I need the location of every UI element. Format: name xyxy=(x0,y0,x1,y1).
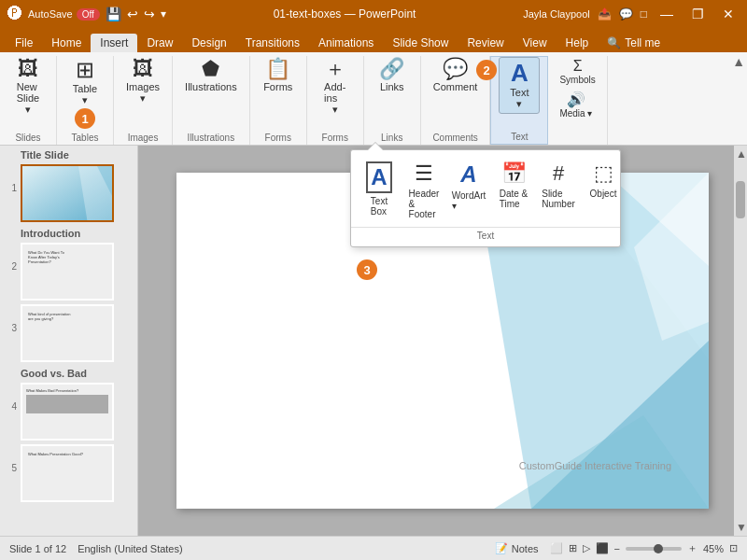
media-label: Media ▾ xyxy=(559,108,592,119)
media-btn[interactable]: 🔊 Media ▾ xyxy=(556,89,596,120)
zoom-slider-thumb xyxy=(654,544,663,553)
forms-btn[interactable]: 📋 Forms xyxy=(258,56,299,95)
ribbon-group-images: 🖼 Images ▾ Images xyxy=(114,56,173,145)
ribbon-group-slides: 🖼 NewSlide ▾ Slides xyxy=(0,56,57,145)
tab-view[interactable]: View xyxy=(514,34,557,52)
minimize-btn[interactable]: — xyxy=(655,5,679,23)
tab-home[interactable]: Home xyxy=(42,34,91,52)
autosave-toggle[interactable]: Off xyxy=(77,8,100,21)
slide-item-2[interactable]: 2 What Do You Want ToKnow After Today'sP… xyxy=(0,241,137,302)
text-btn[interactable]: A Text ▾ xyxy=(499,57,540,114)
ribbon-group-addins: ＋ Add-ins ▾ Forms xyxy=(307,56,364,145)
object-label: Object xyxy=(590,189,617,199)
zoom-level[interactable]: 45% xyxy=(703,543,724,554)
tab-file[interactable]: File xyxy=(6,34,42,52)
slide-thumb-1[interactable] xyxy=(21,164,114,222)
tab-review[interactable]: Review xyxy=(458,34,513,52)
object-btn[interactable]: ⬚ Object xyxy=(583,158,624,223)
forms-group-label: Forms xyxy=(265,131,291,145)
slide-watermark: CustomGuide Interactive Training xyxy=(519,460,671,471)
app-icon: 🅟 xyxy=(7,6,22,22)
new-slide-dropdown-icon: ▾ xyxy=(25,104,31,116)
notes-btn[interactable]: 📝 Notes xyxy=(489,540,544,556)
slide-item-4[interactable]: 4 What Makes Bad Presentation? xyxy=(0,381,137,442)
scroll-up-btn[interactable]: ▲ xyxy=(734,146,747,162)
text-box-btn[interactable]: A TextBox xyxy=(359,158,400,223)
tab-slideshow[interactable]: Slide Show xyxy=(383,34,458,52)
view-reading-icon[interactable]: ▷ xyxy=(583,542,590,554)
forms-label: Forms xyxy=(263,81,292,92)
slide-section-title-1: Title Slide xyxy=(0,146,137,162)
view-slide-sorter-icon[interactable]: ⊞ xyxy=(569,542,577,554)
addins-icon: ＋ xyxy=(325,59,345,79)
share-icon[interactable]: 📤 xyxy=(598,7,612,21)
ribbon-group-tables: ⊞ Table ▾ Tables xyxy=(57,56,114,145)
comment-btn[interactable]: 💬 Comment xyxy=(429,56,483,95)
slide-item-3[interactable]: 3 What kind of presentationare you givin… xyxy=(0,302,137,364)
status-left: Slide 1 of 12 English (United States) xyxy=(9,543,183,554)
close-btn[interactable]: ✕ xyxy=(717,5,740,23)
text-dropdown-group-label: Text xyxy=(351,227,620,246)
illustrations-icon: ⬟ xyxy=(202,59,219,79)
illustrations-btn[interactable]: ⬟ Illustrations xyxy=(180,56,242,95)
images-btn[interactable]: 🖼 Images ▾ xyxy=(121,56,164,107)
tab-animations[interactable]: Animations xyxy=(309,34,383,52)
tab-help[interactable]: Help xyxy=(557,34,599,52)
ribbon-scroll-icon[interactable]: ▲ xyxy=(732,54,745,69)
new-slide-btn[interactable]: 🖼 NewSlide ▾ xyxy=(7,56,49,119)
ribbon-group-text: A Text ▾ Text xyxy=(490,56,548,145)
slide-thumb-5[interactable]: What Makes Presentation Good? xyxy=(21,444,114,502)
slide-number-btn[interactable]: # SlideNumber xyxy=(538,158,579,223)
restore-btn[interactable]: ❐ xyxy=(686,5,710,23)
zoom-out-btn[interactable]: − xyxy=(614,543,620,554)
slide-thumb-2[interactable]: What Do You Want ToKnow After Today'sPre… xyxy=(21,243,114,301)
ribbon-group-forms: 📋 Forms Forms xyxy=(250,56,307,145)
view-slideshow-icon[interactable]: ⬛ xyxy=(596,542,609,554)
search-icon: 🔍 xyxy=(607,36,621,49)
tab-transitions[interactable]: Transitions xyxy=(236,34,309,52)
symbols-btn[interactable]: Σ Symbols xyxy=(556,56,599,87)
ribbon-display-icon[interactable]: □ xyxy=(641,7,647,21)
header-footer-btn[interactable]: ☰ Header& Footer xyxy=(403,158,444,223)
addins-label: Add-ins xyxy=(324,81,345,104)
undo-btn[interactable]: ↩ xyxy=(127,7,138,21)
date-time-btn[interactable]: 📅 Date &Time xyxy=(493,158,534,223)
tables-group-label: Tables xyxy=(72,131,99,145)
wordart-btn[interactable]: A WordArt▾ xyxy=(448,158,489,223)
links-label: Links xyxy=(380,81,404,92)
tab-draw[interactable]: Draw xyxy=(137,34,182,52)
tab-design[interactable]: Design xyxy=(182,34,235,52)
tell-me-input[interactable]: 🔍 Tell me xyxy=(598,34,669,52)
slide-thumb-4[interactable]: What Makes Bad Presentation? xyxy=(21,383,114,441)
fit-slide-icon[interactable]: ⊡ xyxy=(729,542,738,554)
slide-number-3: 3 xyxy=(4,304,17,333)
badge-3: 3 xyxy=(357,259,377,280)
symbols-label: Symbols xyxy=(559,75,595,85)
filename-label: 01-text-boxes — PowerPoint xyxy=(274,7,416,21)
table-icon: ⊞ xyxy=(76,59,94,81)
table-btn[interactable]: ⊞ Table ▾ xyxy=(64,56,106,109)
slide-number-2: 2 xyxy=(4,243,17,272)
comments-icon[interactable]: 💬 xyxy=(619,7,633,21)
view-normal-icon[interactable]: ⬜ xyxy=(550,542,563,554)
object-icon: ⬚ xyxy=(594,161,613,186)
vertical-scrollbar[interactable]: ▲ ▼ xyxy=(734,146,747,536)
scroll-down-btn[interactable]: ▼ xyxy=(734,519,747,536)
slide-number-label: SlideNumber xyxy=(542,189,575,209)
save-icon[interactable]: 💾 xyxy=(106,7,121,21)
zoom-slider[interactable] xyxy=(626,547,682,551)
links-btn[interactable]: 🔗 Links xyxy=(372,56,413,95)
text-label: Text xyxy=(510,87,529,98)
comment-label: Comment xyxy=(433,81,478,92)
scrollbar-thumb[interactable] xyxy=(736,181,745,218)
slide-thumb-3[interactable]: What kind of presentationare you giving? xyxy=(21,304,114,362)
autosave-control[interactable]: AutoSave Off xyxy=(28,8,100,21)
links-group-label: Links xyxy=(381,131,402,145)
slide-item-1[interactable]: 1 xyxy=(0,162,137,224)
redo-btn[interactable]: ↪ xyxy=(144,7,155,21)
slide-item-5[interactable]: 5 What Makes Presentation Good? xyxy=(0,442,137,504)
zoom-in-btn[interactable]: ＋ xyxy=(687,541,698,555)
images-dropdown-icon: ▾ xyxy=(140,92,146,105)
addins-btn[interactable]: ＋ Add-ins ▾ xyxy=(315,56,356,119)
tab-insert[interactable]: Insert xyxy=(91,34,137,52)
